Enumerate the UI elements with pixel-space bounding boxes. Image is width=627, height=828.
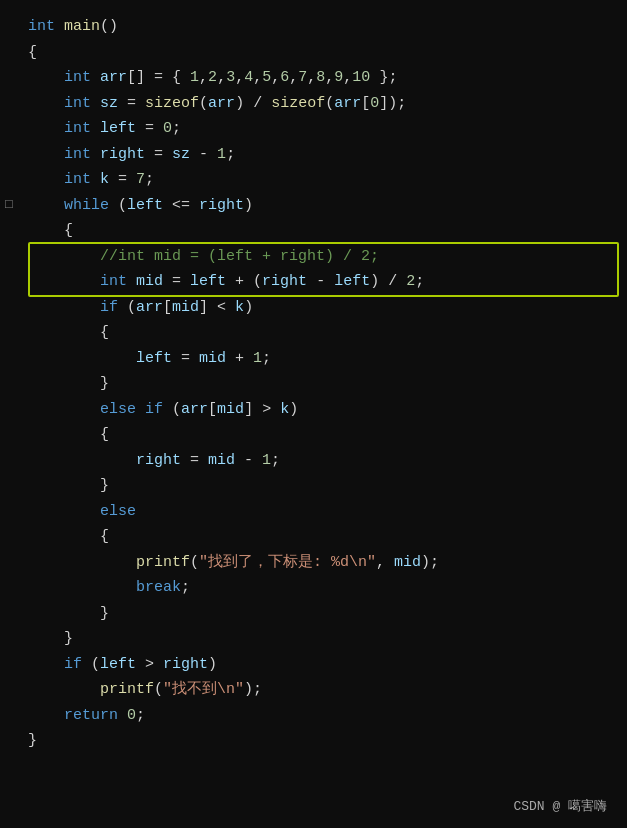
- token-plain: <=: [163, 197, 199, 214]
- token-plain: [91, 171, 100, 188]
- token-plain: (: [199, 95, 208, 112]
- token-plain: [28, 350, 136, 367]
- token-var: sz: [172, 146, 190, 163]
- token-plain: ,: [376, 554, 394, 571]
- token-plain: ;: [415, 273, 424, 290]
- token-var: right: [262, 273, 307, 290]
- token-plain: ,: [235, 69, 244, 86]
- token-plain: ;: [136, 707, 145, 724]
- platform-label: CSDN @: [513, 799, 560, 814]
- line-gutter: [0, 703, 18, 704]
- line-gutter: [0, 269, 18, 270]
- token-plain: ]);: [379, 95, 406, 112]
- token-plain: }: [28, 732, 37, 749]
- token-var: right: [163, 656, 208, 673]
- line-content: int mid = left + (right - left) / 2;: [18, 269, 627, 295]
- token-fn: printf: [136, 554, 190, 571]
- token-plain: + (: [226, 273, 262, 290]
- line-content: {: [18, 320, 627, 346]
- token-plain: [28, 503, 100, 520]
- line-gutter: [0, 728, 18, 729]
- token-plain: [28, 273, 100, 290]
- token-plain: (: [109, 197, 127, 214]
- token-kw: int: [64, 120, 91, 137]
- token-kw: int: [64, 146, 91, 163]
- token-var: arr: [334, 95, 361, 112]
- token-plain: ,: [307, 69, 316, 86]
- token-plain: [28, 401, 100, 418]
- line-gutter: [0, 677, 18, 678]
- token-plain: (: [118, 299, 136, 316]
- token-plain: [] = {: [127, 69, 190, 86]
- line-content: printf("找到了，下标是: %d\n", mid);: [18, 550, 627, 576]
- token-plain: -: [190, 146, 217, 163]
- line-gutter: [0, 652, 18, 653]
- token-plain: [55, 18, 64, 35]
- token-plain: [: [361, 95, 370, 112]
- line-gutter: [0, 14, 18, 15]
- token-var: arr: [100, 69, 127, 86]
- line-gutter: [0, 397, 18, 398]
- token-kw: int: [100, 273, 127, 290]
- token-plain: [91, 95, 100, 112]
- token-plain: -: [307, 273, 334, 290]
- token-var: k: [235, 299, 244, 316]
- code-line: right = mid - 1;: [0, 448, 627, 474]
- code-line: }: [0, 371, 627, 397]
- line-content: while (left <= right): [18, 193, 627, 219]
- token-var: arr: [181, 401, 208, 418]
- token-num: 1: [253, 350, 262, 367]
- token-plain: ,: [325, 69, 334, 86]
- code-line: int right = sz - 1;: [0, 142, 627, 168]
- token-plain: [91, 120, 100, 137]
- code-line: □ while (left <= right): [0, 193, 627, 219]
- token-plain: }: [28, 630, 73, 647]
- code-line: printf("找不到\n");: [0, 677, 627, 703]
- token-var: k: [100, 171, 109, 188]
- token-plain: +: [226, 350, 253, 367]
- line-content: }: [18, 371, 627, 397]
- token-num: 3: [226, 69, 235, 86]
- token-var: left: [100, 656, 136, 673]
- token-plain: ;: [172, 120, 181, 137]
- line-content: left = mid + 1;: [18, 346, 627, 372]
- token-num: 8: [316, 69, 325, 86]
- token-plain: ] >: [244, 401, 280, 418]
- code-line: left = mid + 1;: [0, 346, 627, 372]
- token-plain: ,: [253, 69, 262, 86]
- token-var: right: [100, 146, 145, 163]
- token-plain: =: [181, 452, 208, 469]
- code-line: int main(): [0, 14, 627, 40]
- code-line: {: [0, 320, 627, 346]
- token-plain: [28, 248, 100, 265]
- line-gutter: [0, 218, 18, 219]
- token-plain: {: [28, 324, 109, 341]
- token-var: left: [190, 273, 226, 290]
- token-plain: (: [82, 656, 100, 673]
- token-kw: else: [100, 503, 136, 520]
- line-content: int arr[] = { 1,2,3,4,5,6,7,8,9,10 };: [18, 65, 627, 91]
- line-content: }: [18, 473, 627, 499]
- token-str: "找不到\n": [163, 681, 244, 698]
- token-fn: sizeof: [271, 95, 325, 112]
- code-line: int mid = left + (right - left) / 2;: [0, 269, 627, 295]
- line-gutter: [0, 524, 18, 525]
- token-fn: printf: [100, 681, 154, 698]
- token-plain: ,: [199, 69, 208, 86]
- token-plain: [28, 171, 64, 188]
- token-kw: int: [28, 18, 55, 35]
- code-line: }: [0, 626, 627, 652]
- line-content: }: [18, 626, 627, 652]
- token-var: right: [199, 197, 244, 214]
- token-plain: [127, 273, 136, 290]
- token-num: 5: [262, 69, 271, 86]
- token-plain: [28, 120, 64, 137]
- token-plain: };: [370, 69, 397, 86]
- token-plain: [: [208, 401, 217, 418]
- line-content: printf("找不到\n");: [18, 677, 627, 703]
- token-num: 0: [370, 95, 379, 112]
- token-fn: main: [64, 18, 100, 35]
- token-plain: [28, 681, 100, 698]
- token-plain: {: [28, 222, 73, 239]
- code-line: return 0;: [0, 703, 627, 729]
